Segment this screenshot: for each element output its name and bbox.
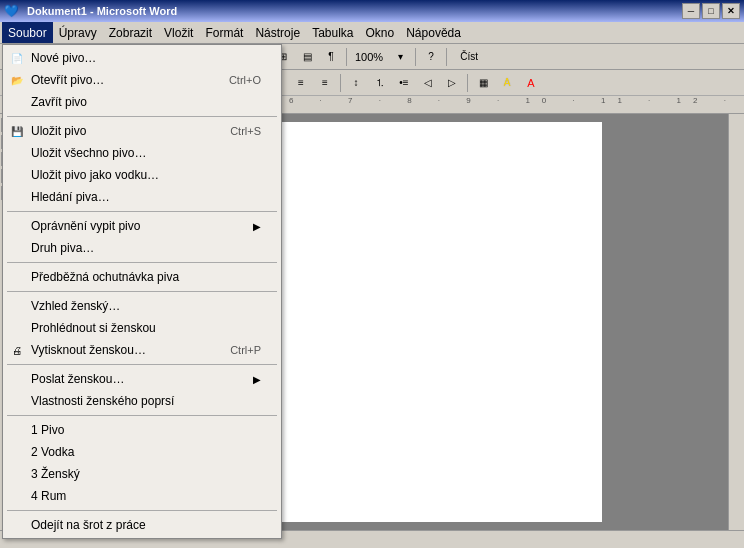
minimize-button[interactable]: ─ bbox=[682, 3, 700, 19]
menu-nastroje[interactable]: Nástroje bbox=[249, 22, 306, 43]
menu-okno[interactable]: Okno bbox=[360, 22, 401, 43]
menu-upravy[interactable]: Úpravy bbox=[53, 22, 103, 43]
window-title: Dokument1 - Microsoft Word bbox=[23, 5, 682, 17]
menu-vlozit[interactable]: Vložit bbox=[158, 22, 199, 43]
align-right-btn[interactable]: ≡ bbox=[290, 72, 312, 94]
menu-nove[interactable]: 📄 Nové pivo… bbox=[3, 47, 281, 69]
menu-tabulka[interactable]: Tabulka bbox=[306, 22, 359, 43]
highlight-btn[interactable]: A bbox=[496, 72, 518, 94]
menu-vzhled[interactable]: Vzhled ženský… bbox=[3, 295, 281, 317]
menu-recent1[interactable]: 1 Pivo bbox=[3, 419, 281, 441]
sep-g bbox=[7, 510, 277, 511]
menu-ulozit-vse[interactable]: Uložit všechno pivo… bbox=[3, 142, 281, 164]
menu-recent2[interactable]: 2 Vodka bbox=[3, 441, 281, 463]
menu-soubor[interactable]: Soubor bbox=[2, 22, 53, 43]
sep-f bbox=[7, 415, 277, 416]
border-btn[interactable]: ▦ bbox=[472, 72, 494, 94]
menu-vytisknout[interactable]: 🖨 Vytisknout ženskou… Ctrl+P bbox=[3, 339, 281, 361]
otevrit-icon: 📂 bbox=[7, 71, 27, 89]
menu-bar: Soubor Úpravy Zobrazit Vložit Formát Nás… bbox=[0, 22, 744, 44]
menu-zobrazit[interactable]: Zobrazit bbox=[103, 22, 158, 43]
read-btn[interactable]: Číst bbox=[451, 46, 487, 68]
sep-d bbox=[7, 291, 277, 292]
align-justify-btn[interactable]: ≡ bbox=[314, 72, 336, 94]
sep-a bbox=[7, 116, 277, 117]
menu-poslat[interactable]: Poslat ženskou… ▶ bbox=[3, 368, 281, 390]
menu-otevrit[interactable]: 📂 Otevřít pivo… Ctrl+O bbox=[3, 69, 281, 91]
title-bar: 💙 Dokument1 - Microsoft Word ─ □ ✕ bbox=[0, 0, 744, 22]
menu-opravneni[interactable]: Oprávnění vypit pivo ▶ bbox=[3, 215, 281, 237]
menu-predbezna[interactable]: Předběžná ochutnávka piva bbox=[3, 266, 281, 288]
poslat-arrow: ▶ bbox=[253, 374, 261, 385]
menu-format[interactable]: Formát bbox=[199, 22, 249, 43]
menu-druh[interactable]: Druh piva… bbox=[3, 237, 281, 259]
ulozit-icon: 💾 bbox=[7, 122, 27, 140]
numbering-btn[interactable]: ⒈ bbox=[369, 72, 391, 94]
menu-napoveda[interactable]: Nápověda bbox=[400, 22, 467, 43]
menu-hledani[interactable]: Hledání piva… bbox=[3, 186, 281, 208]
opravneni-arrow: ▶ bbox=[253, 221, 261, 232]
fmt-sep3 bbox=[340, 74, 341, 92]
sep-e bbox=[7, 364, 277, 365]
show-hide-btn[interactable]: ¶ bbox=[320, 46, 342, 68]
close-button[interactable]: ✕ bbox=[722, 3, 740, 19]
maximize-button[interactable]: □ bbox=[702, 3, 720, 19]
bullets-btn[interactable]: •≡ bbox=[393, 72, 415, 94]
menu-prohledovat[interactable]: Prohlédnout si ženskou bbox=[3, 317, 281, 339]
columns-btn[interactable]: ▤ bbox=[296, 46, 318, 68]
line-spacing-btn[interactable]: ↕ bbox=[345, 72, 367, 94]
menu-ulozit-jako[interactable]: Uložit pivo jako vodku… bbox=[3, 164, 281, 186]
menu-ulozit[interactable]: 💾 Uložit pivo Ctrl+S bbox=[3, 120, 281, 142]
sep6 bbox=[415, 48, 416, 66]
nove-icon: 📄 bbox=[7, 49, 27, 67]
scrollbar-right[interactable] bbox=[728, 114, 744, 530]
menu-recent3[interactable]: 3 Ženský bbox=[3, 463, 281, 485]
print-icon: 🖨 bbox=[7, 341, 27, 359]
menu-vlastnosti[interactable]: Vlastnosti ženského poprsí bbox=[3, 390, 281, 412]
sep7 bbox=[446, 48, 447, 66]
zoom-dropdown[interactable]: ▾ bbox=[389, 46, 411, 68]
sep5 bbox=[346, 48, 347, 66]
sep-c bbox=[7, 262, 277, 263]
menu-odejit[interactable]: Odejít na šrot z práce bbox=[3, 514, 281, 536]
soubor-dropdown: 📄 Nové pivo… 📂 Otevřít pivo… Ctrl+O Zavř… bbox=[2, 44, 282, 539]
sep-b bbox=[7, 211, 277, 212]
font-color-btn[interactable]: A bbox=[520, 72, 542, 94]
indent-decrease-btn[interactable]: ◁ bbox=[417, 72, 439, 94]
zoom-label: 100% bbox=[351, 51, 387, 63]
fmt-sep4 bbox=[467, 74, 468, 92]
menu-zavrit[interactable]: Zavřít pivo bbox=[3, 91, 281, 113]
menu-recent4[interactable]: 4 Rum bbox=[3, 485, 281, 507]
indent-increase-btn[interactable]: ▷ bbox=[441, 72, 463, 94]
window-controls[interactable]: ─ □ ✕ bbox=[682, 3, 740, 19]
help-btn[interactable]: ? bbox=[420, 46, 442, 68]
